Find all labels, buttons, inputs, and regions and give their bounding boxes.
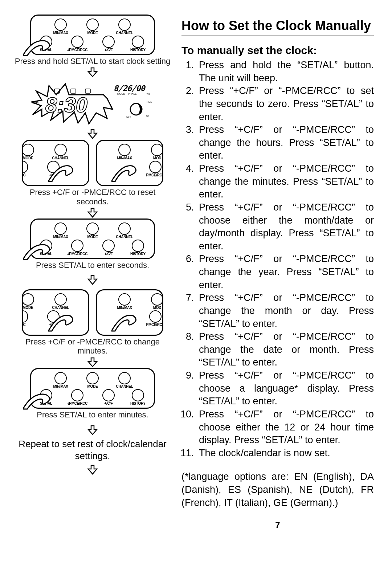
btn-label: MODE xyxy=(23,306,33,310)
btn-label: HISTORY xyxy=(130,401,146,405)
svg-text:YR: YR xyxy=(146,93,150,95)
btn-label: -/PMCE/RCC xyxy=(67,401,87,405)
arrow-down-icon xyxy=(87,425,98,435)
step-item: Press “+C/F” or “-PMCE/RCC” to change th… xyxy=(197,253,374,291)
finger-icon xyxy=(111,160,142,183)
svg-text:M: M xyxy=(146,114,149,117)
svg-text:MOON: MOON xyxy=(117,93,125,95)
arrow-down-icon xyxy=(87,275,98,285)
svg-text:AM: AM xyxy=(32,101,38,105)
button-panel-half-right: MIN/MAX MOD PMCE/RCC xyxy=(96,289,163,336)
illustration-column: MIN/MAX MODE CHANNEL SET/AL -/PMCE/RCC +… xyxy=(15,15,171,581)
svg-text:PHASE: PHASE xyxy=(128,93,137,95)
finger-icon xyxy=(111,309,142,333)
step-item: Press “+C/F” or “-PMCE/RCC” to choose a … xyxy=(197,369,374,408)
page-number: 7 xyxy=(181,520,374,530)
arrow-down-icon xyxy=(87,208,98,218)
btn-label: -/PMCE/RCC xyxy=(67,48,87,52)
caption: Press and hold SET/AL to start clock set… xyxy=(15,57,170,66)
svg-text:DST: DST xyxy=(126,116,131,119)
btn-label: +/C/F xyxy=(104,401,113,405)
step-item: Press “+C/F” or “-PMCE/RCC” to change th… xyxy=(197,330,374,369)
button-panel-half-left: MODE CHANNEL C +/C/F xyxy=(22,140,89,186)
caption: Press +C/F or -PMCE/RCC to change minute… xyxy=(15,337,171,356)
btn-label: CHANNEL xyxy=(116,384,133,388)
caption: Press SET/AL to enter minutes. xyxy=(37,410,148,419)
finger-icon xyxy=(23,240,56,261)
btn-label: HISTORY xyxy=(130,252,146,256)
finger-icon xyxy=(48,160,79,183)
button-panel-half-left: MODE CHANNEL C +/C/F xyxy=(22,289,89,336)
arrow-down-icon xyxy=(87,129,98,139)
btn-label: MODE xyxy=(23,156,33,160)
finger-icon xyxy=(23,389,56,411)
caption: Press +C/F or -PMCE/RCC to reset seconds… xyxy=(15,188,171,206)
button-panel-half-right: MIN/MAX MOD PMCE/RCC xyxy=(96,140,163,186)
btn-label: MODE xyxy=(87,235,98,239)
btn-label: MIN/MAX xyxy=(53,235,68,239)
lcd-display-burst: 8:30 AM 8/26/00 MOON PHASE YR TIDE DST M xyxy=(31,80,154,127)
step-item: Press “+C/F” or “-PMCE/RCC” to choose ei… xyxy=(197,201,374,253)
sub-heading: To manually set the clock: xyxy=(181,44,374,57)
finger-icon xyxy=(23,36,56,57)
instructions-column: How to Set the Clock Manually To manuall… xyxy=(171,15,374,581)
finger-icon xyxy=(48,309,79,333)
lcd-time: 8:30 xyxy=(45,93,87,117)
btn-label: -/PMCE/RCC xyxy=(67,252,87,256)
arrow-down-icon xyxy=(87,67,98,77)
step-item: Press “+C/F” or “-PMCE/RCC” to change th… xyxy=(197,291,374,330)
btn-label: +/C/F xyxy=(104,48,113,52)
svg-text:TIDE: TIDE xyxy=(146,101,152,103)
btn-label: MODE xyxy=(87,384,98,388)
step-item: Press and hold the “SET/AL” button. The … xyxy=(197,59,374,85)
step-item: Press “+C/F” or “-PMCE/RCC” to choose ei… xyxy=(197,408,374,447)
language-note: (*language options are: EN (English), DA… xyxy=(181,470,374,509)
step-item: Press “+C/F” or “-PMCE/RCC” to set the s… xyxy=(197,85,374,123)
step-item: The clock/calendar is now set. xyxy=(197,447,374,460)
step-item: Press “+C/F” or “-PMCE/RCC” to change th… xyxy=(197,162,374,201)
btn-label: HISTORY xyxy=(130,48,146,52)
arrow-down-icon xyxy=(87,357,98,367)
btn-label: PMCE/RCC xyxy=(146,323,163,327)
btn-label: MIN/MAX xyxy=(53,31,68,35)
btn-label: +/C/F xyxy=(104,252,113,256)
btn-label: CHANNEL xyxy=(116,235,133,239)
caption: Press SET/AL to enter seconds. xyxy=(36,261,149,270)
btn-label: MODE xyxy=(87,31,98,35)
step-item: Press “+C/F” or “-PMCE/RCC” to change th… xyxy=(197,123,374,162)
caption: Repeat to set rest of clock/calendar set… xyxy=(15,438,171,462)
btn-label: MIN/MAX xyxy=(53,384,68,388)
steps-list: Press and hold the “SET/AL” button. The … xyxy=(181,59,374,460)
btn-label: CHANNEL xyxy=(116,31,133,35)
btn-label: PMCE/RCC xyxy=(146,173,163,177)
arrow-down-icon xyxy=(87,465,98,475)
svg-text:8/26/00: 8/26/00 xyxy=(114,84,146,93)
page-heading: How to Set the Clock Manually xyxy=(181,18,374,36)
